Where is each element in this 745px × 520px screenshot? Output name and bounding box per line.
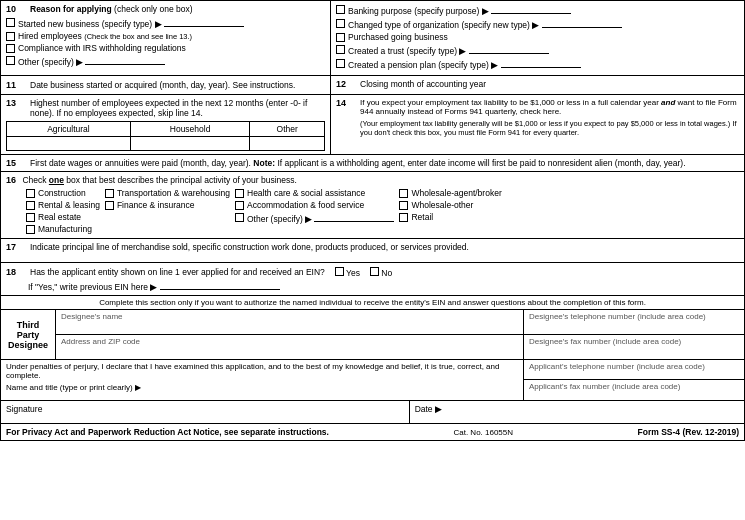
check-rental[interactable]: Rental & leasing — [26, 200, 100, 210]
check-trust[interactable]: Created a trust (specify type) ▶ — [336, 44, 739, 56]
app-fax-field[interactable]: Applicant's fax number (include area cod… — [524, 380, 744, 400]
row14-text: If you expect your employment tax liabil… — [360, 98, 737, 116]
footer-form: Form SS-4 (Rev. 12-2019) — [638, 427, 739, 437]
row10-right: Banking purpose (specify purpose) ▶ Chan… — [331, 1, 744, 75]
checkbox-real-estate[interactable] — [26, 213, 35, 222]
check-real-estate[interactable]: Real estate — [26, 212, 100, 222]
checkbox-purchased[interactable] — [336, 33, 345, 42]
row10-left: 10 Reason for applying (check only one b… — [1, 1, 331, 75]
no-label: No — [381, 268, 392, 278]
row-num-12: 12 — [336, 79, 356, 89]
footer-cat-no: Cat. No. 16055N — [453, 428, 513, 437]
row-num-16: 16 — [6, 175, 16, 185]
penalties-text: Under penalties of perjury, I declare th… — [6, 362, 518, 380]
check-other-right[interactable]: Other (specify) ▶ — [235, 212, 394, 224]
check-wholesale-other[interactable]: Wholesale-other — [399, 200, 501, 210]
row-num-11: 11 — [6, 80, 26, 90]
row-10: 10 Reason for applying (check only one b… — [1, 1, 744, 76]
check-finance[interactable]: Finance & insurance — [105, 200, 230, 210]
row12-label: Closing month of accounting year — [360, 79, 486, 89]
name-title-label: Name and title (type or print clearly) — [6, 383, 133, 392]
signature-section: Signature Date ▶ — [1, 401, 744, 424]
checkbox-pension[interactable] — [336, 59, 345, 68]
checkbox-compliance[interactable] — [6, 44, 15, 53]
check-transportation[interactable]: Transportation & warehousing — [105, 188, 230, 198]
row-num-18: 18 — [6, 267, 26, 277]
row18-label: Has the applicant entity shown on line 1… — [30, 267, 325, 277]
emp-val-household[interactable] — [130, 137, 249, 151]
row11-cell: 11 Date business started or acquired (mo… — [1, 76, 331, 94]
checkbox-finance[interactable] — [105, 201, 114, 210]
third-party-label: Third Party Designee — [1, 310, 56, 359]
row16-checks: Construction Rental & leasing Real estat… — [1, 186, 744, 238]
check-changed[interactable]: Changed type of organization (specify ne… — [336, 18, 739, 30]
checkbox-construction[interactable] — [26, 189, 35, 198]
row15-note: Note: — [253, 158, 275, 168]
checkbox-banking[interactable] — [336, 5, 345, 14]
check-retail[interactable]: Retail — [399, 212, 501, 222]
third-party-fields: Designee's name Designee's telephone num… — [56, 310, 744, 359]
checkbox-other-left[interactable] — [6, 56, 15, 65]
check-wholesale-agent[interactable]: Wholesale-agent/broker — [399, 188, 501, 198]
check-construction[interactable]: Construction — [26, 188, 100, 198]
row11-label: Date business started or acquired (month… — [30, 80, 295, 90]
tp-phone-field[interactable]: Designee's telephone number (include are… — [524, 310, 744, 334]
check-started-new[interactable]: Started new business (specify type) ▶ — [6, 17, 325, 29]
form-container: 10 Reason for applying (check only one b… — [0, 0, 745, 441]
checkbox-changed[interactable] — [336, 19, 345, 28]
row15-label: First date wages or annuities were paid … — [30, 158, 251, 168]
check-health[interactable]: Health care & social assistance — [235, 188, 394, 198]
tp-name-field[interactable]: Designee's name — [56, 310, 524, 334]
emp-col-other: Other — [250, 122, 325, 137]
checkbox-hired-emp[interactable] — [6, 32, 15, 41]
row10-label: Reason for applying (check only one box) — [30, 4, 193, 14]
checkbox-retail[interactable] — [399, 213, 408, 222]
signature-field[interactable]: Signature — [1, 401, 410, 423]
row-num-14: 14 — [336, 98, 356, 108]
checkbox-health[interactable] — [235, 189, 244, 198]
checkbox-accommodation[interactable] — [235, 201, 244, 210]
date-field[interactable]: Date ▶ — [410, 401, 744, 423]
check-pension[interactable]: Created a pension plan (specify type) ▶ — [336, 58, 739, 70]
row13-cell: 13 Highest number of employees expected … — [1, 95, 331, 154]
emp-val-other[interactable] — [250, 137, 325, 151]
tp-fax-field[interactable]: Designee's fax number (include area code… — [524, 335, 744, 359]
row15-note-text: If applicant is a withholding agent, ent… — [277, 158, 685, 168]
emp-col-household: Household — [130, 122, 249, 137]
yes-label: Yes — [346, 268, 360, 278]
check-other-left[interactable]: Other (specify) ▶ — [6, 55, 325, 67]
check-purchased[interactable]: Purchased going business — [336, 32, 739, 42]
checkbox-started-new[interactable] — [6, 18, 15, 27]
row-15: 15 First date wages or annuities were pa… — [1, 155, 744, 172]
checkbox-trust[interactable] — [336, 45, 345, 54]
checkbox-wholesale-other[interactable] — [399, 201, 408, 210]
checkbox-other-right[interactable] — [235, 213, 244, 222]
app-phone-field[interactable]: Applicant's telephone number (include ar… — [524, 360, 744, 380]
check-compliance[interactable]: Compliance with IRS withholding regulati… — [6, 43, 325, 53]
checkbox-wholesale-agent[interactable] — [399, 189, 408, 198]
row-num-17: 17 — [6, 242, 26, 252]
signature-label: Signature — [6, 404, 42, 414]
footer: For Privacy Act and Paperwork Reduction … — [1, 424, 744, 440]
row-16: 16 Check one box that best describes the… — [1, 172, 744, 239]
tp-instruction: Complete this section only if you want t… — [1, 296, 744, 310]
row-18: 18 Has the applicant entity shown on lin… — [1, 263, 744, 296]
employee-table: Agricultural Household Other — [6, 121, 325, 151]
check-accommodation[interactable]: Accommodation & food service — [235, 200, 394, 210]
checkbox-yes[interactable] — [335, 267, 344, 276]
checkbox-no[interactable] — [370, 267, 379, 276]
check-banking[interactable]: Banking purpose (specify purpose) ▶ — [336, 4, 739, 16]
check-manufacturing[interactable]: Manufacturing — [26, 224, 100, 234]
row13-label: Highest number of employees expected in … — [30, 98, 325, 118]
row-num-13: 13 — [6, 98, 26, 108]
emp-val-agricultural[interactable] — [7, 137, 131, 151]
checkbox-transportation[interactable] — [105, 189, 114, 198]
tp-address-field[interactable]: Address and ZIP code — [56, 335, 524, 359]
checkbox-manufacturing[interactable] — [26, 225, 35, 234]
footer-privacy: For Privacy Act and Paperwork Reduction … — [6, 427, 329, 437]
check-hired-emp[interactable]: Hired employees (Check the box and see l… — [6, 31, 325, 41]
row-13-14: 13 Highest number of employees expected … — [1, 95, 744, 155]
checkbox-rental[interactable] — [26, 201, 35, 210]
row17-label: Indicate principal line of merchandise s… — [30, 242, 469, 252]
row-num-10: 10 — [6, 4, 26, 14]
